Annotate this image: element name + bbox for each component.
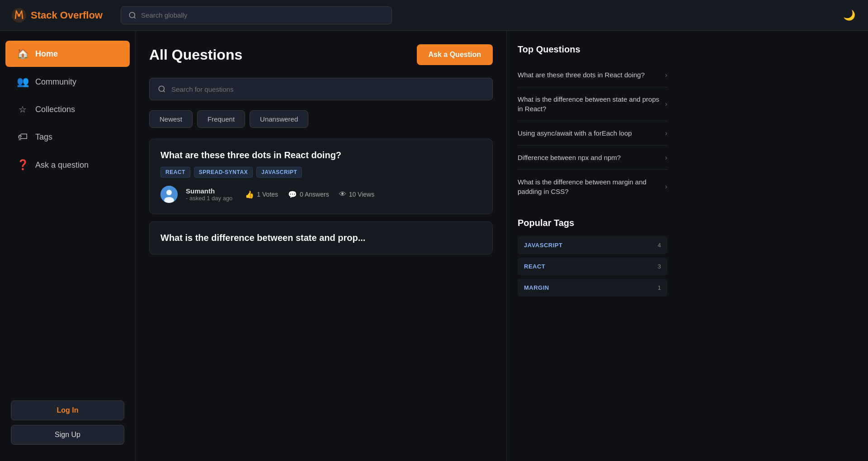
question-card-2[interactable]: What is the difference between state and… [149, 221, 493, 254]
logo-text: Stack Overflow [31, 9, 103, 21]
question-stats-1: 👍 1 Votes 💬 0 Answers 👁 10 Views [245, 190, 374, 199]
chevron-right-icon-4: › [665, 183, 667, 191]
top-questions-title: Top Questions [518, 44, 667, 55]
header: Stack Overflow 🌙 [0, 0, 868, 31]
main-content: All Questions Ask a Question Newest Freq… [136, 31, 506, 461]
question-meta-1: Sumanth - asked 1 day ago 👍 1 Votes 💬 0 … [160, 186, 481, 203]
page-header: All Questions Ask a Question [149, 44, 493, 65]
global-search-input[interactable] [141, 11, 384, 19]
nav-home[interactable]: 🏠 Home [5, 41, 130, 67]
svg-point-2 [129, 12, 135, 18]
logo-orange: Overflow [60, 9, 103, 21]
top-question-1[interactable]: What is the difference between state and… [518, 87, 667, 121]
ask-question-button[interactable]: Ask a Question [417, 44, 493, 65]
chevron-right-icon-1: › [665, 100, 667, 108]
popular-tag-count-1: 3 [658, 263, 661, 270]
top-question-3[interactable]: Difference between npx and npm? › [518, 146, 667, 170]
sidebar-item-label-ask: Ask a question [35, 160, 89, 170]
tag-icon: 🏷 [16, 131, 29, 143]
popular-tag-name-2: MARGIN [524, 284, 549, 291]
popular-tag-count-2: 1 [658, 284, 661, 291]
logo[interactable]: Stack Overflow [11, 7, 103, 24]
signup-button[interactable]: Sign Up [11, 425, 124, 445]
answers-count-1: 0 Answers [300, 191, 329, 198]
nav-collections[interactable]: ☆ Collections [5, 97, 130, 122]
sidebar-item-label-collections: Collections [35, 105, 75, 114]
top-question-text-2: Using async/await with a forEach loop [518, 128, 660, 138]
search-icon [128, 11, 137, 19]
sidebar-item-label-community: Community [35, 77, 76, 87]
logo-icon [11, 7, 27, 24]
theme-toggle-button[interactable]: 🌙 [841, 7, 857, 24]
filter-newest[interactable]: Newest [149, 110, 193, 128]
sidebar-bottom: Log In Sign Up [0, 393, 135, 452]
question-tags-1: REACT SPREAD-SYNTAX JAVASCRIPT [160, 167, 481, 178]
sidebar-item-label-tags: Tags [35, 132, 52, 142]
votes-count-1: 1 Votes [257, 191, 278, 198]
popular-tag-0[interactable]: JAVASCRIPT 4 [518, 236, 667, 254]
questions-search-bar[interactable] [149, 78, 493, 100]
tag-spread-syntax[interactable]: SPREAD-SYNTAX [194, 167, 253, 178]
svg-point-3 [159, 86, 164, 91]
thumbs-up-icon: 👍 [245, 190, 254, 199]
nav-ask[interactable]: ❓ Ask a question [5, 152, 130, 178]
top-question-text-4: What is the difference between margin an… [518, 177, 660, 196]
header-right: 🌙 [841, 7, 857, 24]
questions-search-input[interactable] [171, 85, 484, 93]
right-sidebar: Top Questions What are these three dots … [506, 31, 678, 461]
tag-javascript[interactable]: JAVASCRIPT [256, 167, 302, 178]
popular-tag-name-0: JAVASCRIPT [524, 242, 562, 249]
top-question-text-0: What are these three dots in React doing… [518, 70, 660, 80]
chevron-right-icon-3: › [665, 154, 667, 162]
top-question-0[interactable]: What are these three dots in React doing… [518, 63, 667, 87]
comment-icon: 💬 [288, 190, 297, 199]
question-title-1: What are these three dots in React doing… [160, 150, 481, 160]
author-info-1: Sumanth - asked 1 day ago [186, 187, 232, 202]
popular-tag-count-0: 4 [658, 242, 661, 249]
login-button[interactable]: Log In [11, 400, 124, 420]
author-name-1: Sumanth [186, 187, 232, 195]
top-question-text-1: What is the difference between state and… [518, 94, 660, 113]
sidebar-item-label-home: Home [35, 49, 58, 59]
global-search-bar[interactable] [121, 6, 392, 24]
logo-plain: Stack [31, 9, 57, 21]
star-icon: ☆ [16, 104, 29, 115]
page-title: All Questions [149, 47, 242, 63]
page-body: 🏠 Home 👥 Community ☆ Collections 🏷 Tags … [0, 31, 868, 461]
question-title-2: What is the difference between state and… [160, 233, 481, 243]
questions-search-icon [158, 85, 166, 93]
nav-community[interactable]: 👥 Community [5, 69, 130, 95]
votes-1: 👍 1 Votes [245, 190, 278, 199]
community-icon: 👥 [16, 76, 29, 88]
eye-icon: 👁 [339, 190, 346, 198]
views-count-1: 10 Views [349, 191, 375, 198]
top-question-text-3: Difference between npx and npm? [518, 153, 660, 162]
popular-tags-title: Popular Tags [518, 218, 667, 228]
chevron-right-icon-0: › [665, 71, 667, 79]
popular-tags-section: Popular Tags JAVASCRIPT 4 REACT 3 MARGIN… [518, 218, 667, 296]
answers-1: 💬 0 Answers [288, 190, 329, 199]
svg-point-1 [18, 14, 20, 17]
top-question-2[interactable]: Using async/await with a forEach loop › [518, 121, 667, 146]
popular-tag-1[interactable]: REACT 3 [518, 258, 667, 275]
popular-tag-name-1: REACT [524, 263, 545, 270]
asked-time-1: - asked 1 day ago [186, 195, 232, 202]
filter-unanswered[interactable]: Unanswered [250, 110, 308, 128]
views-1: 👁 10 Views [339, 190, 375, 199]
home-icon: 🏠 [16, 48, 29, 60]
sidebar: 🏠 Home 👥 Community ☆ Collections 🏷 Tags … [0, 31, 136, 461]
filter-frequent[interactable]: Frequent [197, 110, 245, 128]
tag-react[interactable]: REACT [160, 167, 190, 178]
filter-tabs: Newest Frequent Unanswered [149, 110, 493, 128]
top-questions-list: What are these three dots in React doing… [518, 63, 667, 203]
svg-point-5 [166, 190, 172, 195]
question-icon: ❓ [16, 159, 29, 171]
popular-tag-2[interactable]: MARGIN 1 [518, 279, 667, 296]
top-question-4[interactable]: What is the difference between margin an… [518, 170, 667, 203]
avatar-1 [160, 186, 178, 203]
chevron-right-icon-2: › [665, 129, 667, 137]
question-card-1[interactable]: What are these three dots in React doing… [149, 139, 493, 214]
nav-tags[interactable]: 🏷 Tags [5, 124, 130, 150]
